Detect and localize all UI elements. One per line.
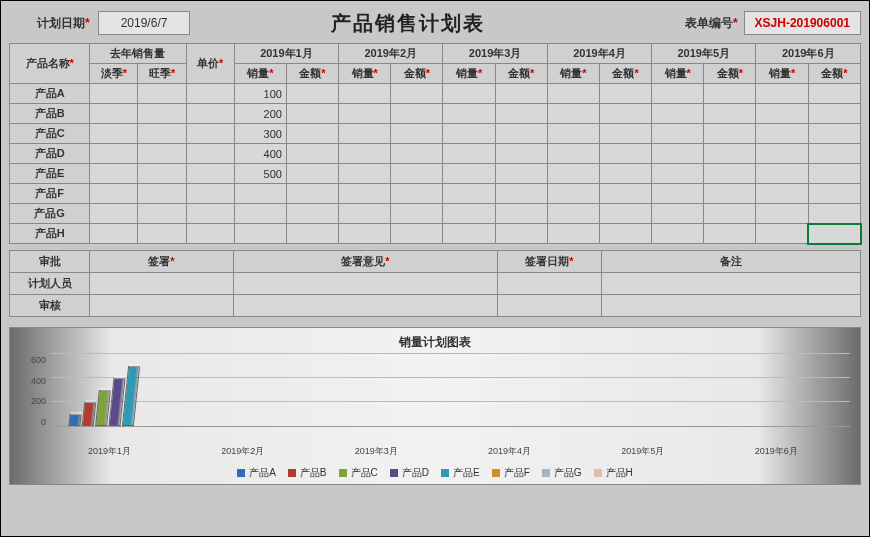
cell-qty[interactable]	[443, 144, 495, 164]
cell-qty[interactable]	[652, 144, 704, 164]
cell-amount[interactable]	[391, 224, 443, 244]
cell-qty[interactable]	[443, 104, 495, 124]
cell-amount[interactable]	[286, 124, 338, 144]
cell-qty[interactable]	[547, 224, 599, 244]
cell[interactable]	[186, 164, 234, 184]
cell-amount[interactable]	[599, 84, 651, 104]
cell-amount[interactable]	[495, 84, 547, 104]
cell[interactable]	[138, 204, 186, 224]
cell-amount[interactable]	[599, 184, 651, 204]
cell-qty[interactable]	[339, 224, 391, 244]
cell-qty[interactable]	[652, 184, 704, 204]
cell[interactable]	[138, 124, 186, 144]
cell-amount[interactable]	[599, 164, 651, 184]
cell[interactable]	[186, 124, 234, 144]
cell-qty[interactable]	[339, 164, 391, 184]
cell-qty[interactable]	[756, 124, 808, 144]
cell-amount[interactable]	[391, 124, 443, 144]
cell[interactable]	[90, 204, 138, 224]
cell-qty[interactable]	[443, 204, 495, 224]
cell-qty[interactable]	[443, 224, 495, 244]
cell-amount[interactable]	[808, 124, 860, 144]
cell-amount[interactable]	[391, 144, 443, 164]
cell[interactable]	[186, 144, 234, 164]
cell-qty[interactable]	[234, 204, 286, 224]
cell-amount[interactable]	[704, 144, 756, 164]
cell-qty[interactable]	[339, 104, 391, 124]
cell-qty[interactable]	[339, 144, 391, 164]
cell-amount[interactable]	[599, 124, 651, 144]
cell[interactable]	[138, 164, 186, 184]
cell[interactable]	[186, 84, 234, 104]
cell[interactable]	[138, 224, 186, 244]
cell-qty[interactable]	[443, 164, 495, 184]
cell-amount[interactable]	[704, 84, 756, 104]
cell-amount[interactable]	[599, 104, 651, 124]
cell[interactable]	[90, 224, 138, 244]
cell-amount[interactable]	[286, 84, 338, 104]
cell-amount[interactable]	[704, 164, 756, 184]
cell[interactable]	[186, 104, 234, 124]
cell[interactable]	[186, 184, 234, 204]
cell-amount[interactable]	[391, 104, 443, 124]
cell-qty[interactable]	[652, 204, 704, 224]
cell-amount[interactable]	[599, 204, 651, 224]
cell[interactable]	[90, 104, 138, 124]
cell-qty[interactable]	[443, 124, 495, 144]
cell-qty[interactable]	[756, 224, 808, 244]
cell[interactable]	[90, 84, 138, 104]
cell-amount[interactable]	[808, 84, 860, 104]
cell-amount[interactable]	[391, 184, 443, 204]
cell-amount[interactable]	[495, 104, 547, 124]
cell-qty[interactable]	[756, 184, 808, 204]
cell-amount[interactable]	[286, 144, 338, 164]
cell-qty[interactable]	[547, 84, 599, 104]
cell[interactable]	[138, 144, 186, 164]
cell-qty[interactable]: 500	[234, 164, 286, 184]
cell[interactable]	[186, 204, 234, 224]
cell-amount[interactable]	[286, 104, 338, 124]
cell-qty[interactable]	[547, 104, 599, 124]
cell-amount[interactable]	[391, 164, 443, 184]
cell[interactable]	[90, 164, 138, 184]
cell-qty[interactable]	[547, 164, 599, 184]
cell[interactable]	[90, 144, 138, 164]
cell-qty[interactable]	[756, 204, 808, 224]
cell-amount[interactable]	[599, 224, 651, 244]
cell-amount[interactable]	[808, 104, 860, 124]
cell-amount[interactable]	[495, 144, 547, 164]
cell-amount[interactable]	[704, 104, 756, 124]
cell-amount[interactable]	[391, 84, 443, 104]
cell-qty[interactable]	[652, 84, 704, 104]
cell-amount[interactable]	[495, 224, 547, 244]
cell-qty[interactable]: 100	[234, 84, 286, 104]
cell-amount[interactable]	[286, 204, 338, 224]
cell-qty[interactable]: 300	[234, 124, 286, 144]
cell-amount[interactable]	[808, 144, 860, 164]
form-no-value[interactable]: XSJH-201906001	[744, 11, 861, 35]
cell-amount[interactable]	[599, 144, 651, 164]
cell[interactable]	[186, 224, 234, 244]
cell-amount[interactable]	[704, 204, 756, 224]
cell-amount[interactable]	[286, 184, 338, 204]
cell-qty[interactable]	[443, 184, 495, 204]
cell-qty[interactable]	[652, 224, 704, 244]
cell-amount[interactable]	[495, 124, 547, 144]
cell-qty[interactable]	[339, 204, 391, 224]
cell-qty[interactable]	[547, 144, 599, 164]
cell-amount[interactable]	[704, 184, 756, 204]
cell-qty[interactable]	[652, 164, 704, 184]
cell-amount[interactable]	[495, 204, 547, 224]
cell[interactable]	[90, 124, 138, 144]
cell-amount[interactable]	[808, 224, 860, 244]
cell[interactable]	[138, 184, 186, 204]
cell-qty[interactable]	[234, 184, 286, 204]
cell-qty[interactable]	[652, 124, 704, 144]
cell-qty[interactable]	[443, 84, 495, 104]
cell-qty[interactable]	[234, 224, 286, 244]
cell-qty[interactable]	[756, 164, 808, 184]
cell-qty[interactable]: 200	[234, 104, 286, 124]
cell[interactable]	[90, 184, 138, 204]
cell-amount[interactable]	[704, 124, 756, 144]
cell-qty[interactable]	[547, 124, 599, 144]
